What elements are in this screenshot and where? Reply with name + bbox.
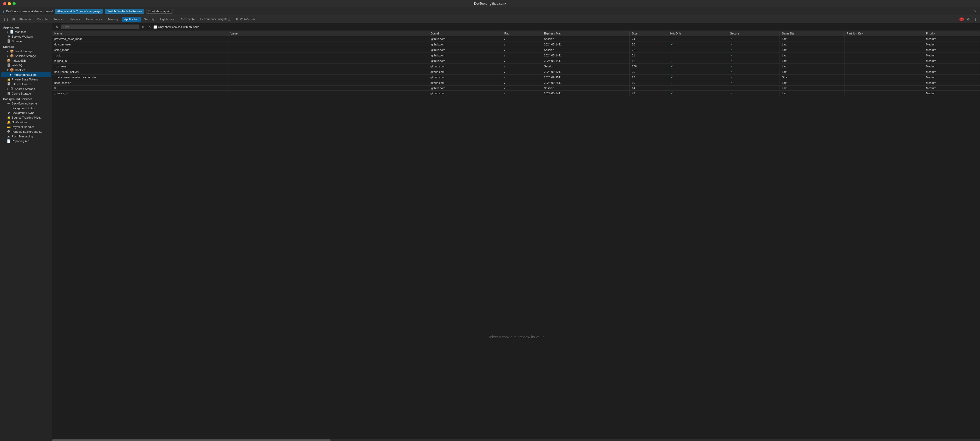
devtools-dock-button[interactable]: ⊡ [11,17,16,22]
devtools-menu-button[interactable]: ⋮⋮ [2,17,10,22]
tab-performance[interactable]: Performance [83,17,105,22]
sidebar-item-notifications[interactable]: 🔔 Notifications [1,120,51,125]
tab-lighthouse[interactable]: Lighthouse [158,17,177,22]
show-issues-checkbox[interactable] [153,26,157,29]
sidebar-item-periodic-bg-sync[interactable]: ⏱ Periodic Background S... [1,129,51,134]
cookies-table-container[interactable]: Name Value Domain Path Expires / Ma... S… [52,31,980,235]
private-state-icon: 🔒 [7,78,10,81]
sidebar-label-push-messaging: Push Messaging [12,135,33,138]
show-issues-checkbox-label[interactable]: Only show cookies with an issue [153,26,199,29]
session-storage-icon: 📦 [10,54,14,58]
horizontal-scrollbar[interactable] [52,439,980,441]
sidebar-item-push-messaging[interactable]: ☁ Push Messaging [1,134,51,139]
scrollbar-thumb[interactable] [52,439,331,441]
col-header-name[interactable]: Name [52,31,228,36]
col-header-priority[interactable]: Priority [924,31,980,36]
table-row[interactable]: _device_idgithub.com/2024-05-14T...42✓✓L… [52,91,980,96]
col-header-size[interactable]: Size [630,31,668,36]
sidebar-item-indexeddb[interactable]: 📦 IndexedDB [1,58,51,63]
close-button[interactable] [3,2,6,5]
tab-console[interactable]: Console [35,17,50,22]
sidebar-item-background-sync[interactable]: ↻ Background Sync [1,110,51,115]
sidebar-item-bounce-tracking[interactable]: 🔒 Bounce Tracking Mitig... [1,115,51,120]
bg-section-label: Background Services [0,96,52,101]
col-header-domain[interactable]: Domain [428,31,502,36]
clear-filter-button[interactable]: ✕ [147,24,152,29]
filter-options-button[interactable]: ⊞ [141,24,146,29]
always-match-language-button[interactable]: Always match Chrome's language [55,9,103,14]
sidebar-label-cookies: Cookies [15,69,25,72]
service-workers-icon: ⚙ [7,35,10,38]
content-area: ↻ ⊞ ✕ Only show cookies with an issue Na… [52,23,980,441]
table-row[interactable]: has_recent_activitygithub.com/2023-09-12… [52,69,980,75]
sidebar-item-reporting-api[interactable]: 📄 Reporting API [1,139,51,144]
table-row[interactable]: logged_in.github.com/2024-05-14T...12✓✓L… [52,58,980,64]
table-row[interactable]: color_mode.github.com/Session221✓LaxMedi… [52,47,980,53]
table-row[interactable]: tz.github.com/Session14LaxMedium [52,86,980,91]
cookie-toolbar: ↻ ⊞ ✕ Only show cookies with an issue [52,23,980,31]
dont-show-again-button[interactable]: Don't show again [146,9,173,14]
sidebar-item-back-forward[interactable]: ↩ Back/forward cache [1,101,51,106]
sidebar-item-cookies[interactable]: ▶ 🍪 Cookies [1,68,51,72]
table-row[interactable]: preferred_color_mode.github.com/Session2… [52,36,980,42]
tab-memory[interactable]: Memory [105,17,121,22]
col-header-secure[interactable]: Secure [728,31,780,36]
table-row[interactable]: _octo.github.com/2024-05-14T...31✓LaxMed… [52,53,980,58]
table-row[interactable]: user_sessiongithub.com/2023-09-25T...60✓… [52,80,980,86]
col-header-samesite[interactable]: SameSite [780,31,845,36]
sidebar-label-background-sync: Background Sync [12,111,34,114]
col-header-partitionkey[interactable]: Partition Key [844,31,924,36]
table-row[interactable]: __Host-user_session_same_sitegithub.com/… [52,75,980,80]
cookies-icon: 🍪 [10,68,14,72]
col-header-httponly[interactable]: HttpOnly [668,31,728,36]
sidebar-item-payment-handler[interactable]: 💳 Payment Handler [1,125,51,129]
table-row[interactable]: dotcom_user.github.com/2024-05-14T...20✓… [52,42,980,47]
maximize-button[interactable] [13,2,16,5]
sidebar-item-github-cookie[interactable]: ● https://github.com [1,72,51,77]
col-header-expires[interactable]: Expires / Ma... [542,31,630,36]
sidebar-item-background-fetch[interactable]: ↓ Background Fetch [1,106,51,110]
sidebar-item-cache-storage[interactable]: 🗄 Cache Storage [1,91,51,96]
col-header-value[interactable]: Value [228,31,428,36]
minimize-button[interactable] [8,2,11,5]
expand-arrow-session-storage: ▶ [7,54,9,57]
table-row[interactable]: _gh_sessgithub.com/Session876✓✓LaxMedium [52,64,980,69]
settings-button[interactable]: ⚙ [966,17,971,22]
sidebar-label-session-storage: Session Storage [15,54,36,58]
sidebar-label-notifications: Notifications [12,121,27,124]
storage-top-icon: 🗄 [7,40,10,43]
refresh-button[interactable]: ↻ [54,24,59,30]
tab-network[interactable]: Network [67,17,83,22]
sidebar-item-web-sql[interactable]: 🗄 Web SQL [1,63,51,68]
sidebar-label-periodic-bg-sync: Periodic Background S... [12,130,43,133]
switch-to-korean-button[interactable]: Switch DevTools to Korean [105,9,144,14]
filter-input[interactable] [61,24,139,29]
sidebar-label-bounce-tracking: Bounce Tracking Mitig... [12,116,42,119]
sidebar-item-manifest[interactable]: ▶ 📄 Manifest [1,30,51,34]
sidebar-label-private-state: Private State Tokens [12,78,38,81]
sidebar-item-storage-top[interactable]: 🗄 Storage [1,39,51,44]
sidebar-item-shared-storage[interactable]: ▶ 🗄 Shared Storage [1,86,51,91]
sidebar-item-service-workers[interactable]: ⚙ Service Workers [1,34,51,39]
more-options-button[interactable]: ⋮ [973,17,978,22]
sidebar-item-session-storage[interactable]: ▶ 📦 Session Storage [1,54,51,58]
table-header-row: Name Value Domain Path Expires / Ma... S… [52,31,980,36]
tab-editthiscookie[interactable]: EditThisCookie [233,17,258,22]
tab-elements[interactable]: Elements [17,17,34,22]
sidebar-item-interest-groups[interactable]: 🗄 Interest Groups [1,82,51,86]
sidebar-label-interest-groups: Interest Groups [12,83,32,86]
sidebar-item-private-state[interactable]: 🔒 Private State Tokens [1,77,51,82]
sidebar-label-web-sql: Web SQL [12,64,24,67]
tab-security[interactable]: Security [141,17,157,22]
sidebar-item-local-storage[interactable]: ▶ 📦 Local Storage [1,49,51,54]
tab-application[interactable]: Application [122,17,141,22]
close-banner-button[interactable]: × [973,9,977,13]
cache-storage-icon: 🗄 [7,92,10,95]
info-icon: ℹ [3,10,4,13]
local-storage-icon: 📦 [10,50,14,53]
tab-recorder[interactable]: Recorder ▶ [177,16,197,22]
col-header-path[interactable]: Path [502,31,542,36]
tab-sources[interactable]: Sources [51,17,66,22]
background-sync-icon: ↻ [7,111,10,115]
tab-performance-insights[interactable]: Performance insights △ [197,16,232,22]
